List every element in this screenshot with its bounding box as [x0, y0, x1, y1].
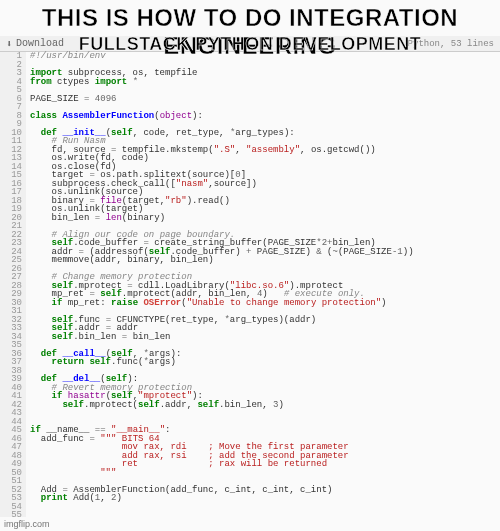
- code-content: #!/usr/bin/envimport subprocess, os, tem…: [26, 52, 500, 517]
- code-line: self.bin_len = bin_len: [30, 333, 500, 342]
- code-line: [30, 511, 500, 520]
- code-line: print Add(1, 2): [30, 494, 500, 503]
- code-line: return self.func(*args): [30, 358, 500, 367]
- code-line: self.mprotect(self.addr, self.bin_len, 3…: [30, 401, 500, 410]
- code-area: 1234567891011121314151617181920212223242…: [0, 52, 500, 517]
- code-line: [30, 409, 500, 418]
- code-line: bin_len = len(binary): [30, 214, 500, 223]
- code-line: if mp_ret: raise OSError("Unable to chan…: [30, 299, 500, 308]
- line-gutter: 1234567891011121314151617181920212223242…: [0, 52, 26, 517]
- code-line: PAGE_SIZE = 4096: [30, 95, 500, 104]
- meme-text-sub: FULLSTACK PYTHON DEVELOPMENT: [0, 34, 500, 55]
- code-line: """: [30, 469, 500, 478]
- code-line: from ctypes import *: [30, 78, 500, 87]
- code-line: [30, 503, 500, 512]
- code-line: class AssemblerFunction(object):: [30, 112, 500, 121]
- watermark: imgflip.com: [4, 519, 50, 529]
- code-line: memmove(addr, binary, bin_len): [30, 256, 500, 265]
